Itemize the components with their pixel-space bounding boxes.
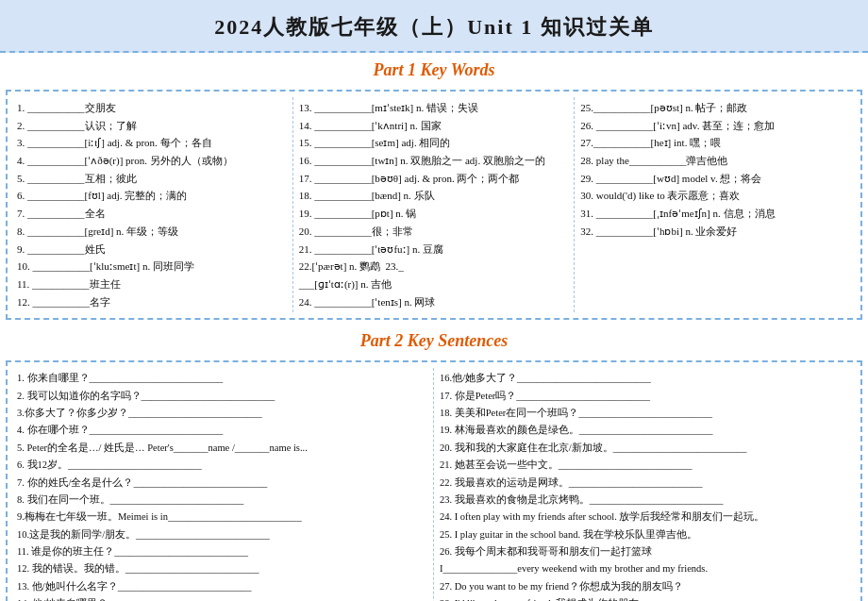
part2-col1: 1. 你来自哪里？___________________________2. 我… xyxy=(11,368,434,601)
sent-item: 14. 他/她来自哪里？___________________________ xyxy=(17,595,427,601)
sent-item: 13. 他/她叫什么名字？___________________________ xyxy=(17,578,427,595)
sent-item: I_______________every weekend with my br… xyxy=(440,560,851,577)
word-item: 25.___________[pəʊst] n. 帖子；邮政 xyxy=(580,99,851,117)
sent-item: 7. 你的姓氏/全名是什么？__________________________… xyxy=(17,475,427,492)
sent-item: 16.他/她多大了？___________________________ xyxy=(440,370,851,387)
part1-grid: 1. ___________交朋友2. ___________认识；了解3. _… xyxy=(8,95,860,314)
sent-item: 8. 我们在同一个班。___________________________ xyxy=(17,492,427,509)
word-item: ___[ɡɪˈtɑː(r)] n. 吉他 xyxy=(299,275,569,293)
sent-item: 2. 我可以知道你的名字吗？__________________________… xyxy=(17,388,427,405)
word-item: 30. would('d) like to 表示愿意；喜欢 xyxy=(580,187,851,205)
word-item: 22.[ˈpærət] n. 鹦鹉 23._ xyxy=(299,258,569,275)
word-item: 5. ___________互相；彼此 xyxy=(17,170,287,188)
sent-item: 21. 她甚至会说一些中文。__________________________… xyxy=(440,457,851,474)
page: 2024人教版七年级（上）Unit 1 知识过关单 Part 1 Key Wor… xyxy=(0,0,868,601)
sent-item: 28. I'd like to be your friend. 我想成为你的朋友… xyxy=(440,595,851,601)
word-item: 9. ___________姓氏 xyxy=(17,241,287,259)
sent-item: 26. 我每个周末都和我哥哥和朋友们一起打篮球 xyxy=(440,543,851,560)
sent-item: 10.这是我的新同学/朋友。__________________________… xyxy=(17,526,427,543)
word-item: 18. ___________[bænd] n. 乐队 xyxy=(299,187,569,205)
word-item: 32. ___________[ˈhɒbi] n. 业余爱好 xyxy=(580,223,851,241)
word-item: 24. ___________[ˈtenɪs] n. 网球 xyxy=(299,293,569,311)
sent-item: 25. I play guitar in the school band. 我在… xyxy=(440,526,851,543)
word-item: 7. ___________全名 xyxy=(17,205,287,223)
word-item: 2. ___________认识；了解 xyxy=(17,117,287,135)
word-item: 27.___________[heɪ] int. 嘿；喂 xyxy=(580,134,851,152)
part1-title: Part 1 Key Words xyxy=(0,53,868,86)
word-item: 17. ___________[bəʊθ] adj. & pron. 两个；两个… xyxy=(299,170,569,188)
word-item: 12. ___________名字 xyxy=(17,293,287,311)
part1-col2: 13. ___________[mɪˈsteɪk] n. 错误；失误14. __… xyxy=(293,97,576,312)
sent-item: 19. 林海最喜欢的颜色是绿色。________________________… xyxy=(440,422,851,439)
sent-item: 5. Peter的全名是…/ 姓氏是… Peter's_______name /… xyxy=(17,440,427,457)
sent-item: 27. Do you want to be my friend？你想成为我的朋友… xyxy=(440,578,851,595)
word-item: 31. ___________[ˌɪnfəˈmeɪʃn] n. 信息；消息 xyxy=(580,205,851,223)
sent-item: 17. 你是Peter吗？___________________________ xyxy=(440,388,851,405)
word-item: 21. ___________[ˈtəʊfuː] n. 豆腐 xyxy=(299,241,569,259)
sent-item: 18. 美美和Peter在同一个班吗？_____________________… xyxy=(440,405,851,422)
word-item: 6. ___________[fʊl] adj. 完整的；满的 xyxy=(17,187,287,205)
word-item: 14. ___________[ˈkʌntri] n. 国家 xyxy=(299,117,569,135)
part2-title: Part 2 Key Sentences xyxy=(0,324,868,357)
part1-container: 1. ___________交朋友2. ___________认识；了解3. _… xyxy=(6,90,862,320)
sent-item: 3.你多大了？你多少岁？___________________________ xyxy=(17,405,427,422)
word-item: 28. play the___________弹吉他他 xyxy=(580,152,851,170)
part1-col1: 1. ___________交朋友2. ___________认识；了解3. _… xyxy=(11,97,293,312)
part1-col3: 25.___________[pəʊst] n. 帖子；邮政26. ______… xyxy=(575,97,857,312)
sent-item: 6. 我12岁。___________________________ xyxy=(17,457,427,474)
word-item: 10. ___________[ˈkluːsmeɪt] n. 同班同学 xyxy=(17,258,287,275)
part2-col2: 16.他/她多大了？___________________________17.… xyxy=(434,368,857,601)
word-item: 8. ___________[greɪd] n. 年级；等级 xyxy=(17,223,287,241)
part1-section: Part 1 Key Words 1. ___________交朋友2. ___… xyxy=(0,53,868,320)
sent-item: 9.梅梅在七年级一班。Meimei is in_________________… xyxy=(17,509,427,526)
part2-container: 1. 你来自哪里？___________________________2. 我… xyxy=(6,360,862,601)
word-item: 15. ___________[seɪm] adj. 相同的 xyxy=(299,134,569,152)
sent-item: 22. 我最喜欢的运动是网球。_________________________… xyxy=(440,475,851,492)
word-item: 3. ___________[iːtʃ] adj. & pron. 每个；各自 xyxy=(17,134,287,152)
sent-item: 24. I often play with my friends after s… xyxy=(440,509,851,526)
sent-item: 12. 我的错误。我的错。___________________________ xyxy=(17,560,427,577)
word-item: 16. ___________[twɪn] n. 双胞胎之一 adj. 双胞胎之… xyxy=(299,152,569,170)
word-item: 20. ___________很；非常 xyxy=(299,223,569,241)
word-item: 29. ___________[wʊd] model v. 想；将会 xyxy=(580,170,851,188)
word-item: 11. ___________班主任 xyxy=(17,275,287,293)
part2-grid: 1. 你来自哪里？___________________________2. 我… xyxy=(8,366,860,601)
word-item: 19. ___________[pɒt] n. 锅 xyxy=(299,205,569,223)
word-item: 26. ___________[ˈiːvn] adv. 甚至；连；愈加 xyxy=(580,117,851,135)
header: 2024人教版七年级（上）Unit 1 知识过关单 xyxy=(0,0,868,53)
sent-item: 1. 你来自哪里？___________________________ xyxy=(17,370,427,387)
sent-item: 20. 我和我的大家庭住在北京/新加坡。____________________… xyxy=(440,440,851,457)
part2-section: Part 2 Key Sentences 1. 你来自哪里？__________… xyxy=(0,324,868,601)
word-item: 13. ___________[mɪˈsteɪk] n. 错误；失误 xyxy=(299,99,569,117)
word-item: 4. ___________[ˈʌðə(r)] pron. 另外的人（或物） xyxy=(17,152,287,170)
page-title: 2024人教版七年级（上）Unit 1 知识过关单 xyxy=(9,13,859,42)
word-item: 1. ___________交朋友 xyxy=(17,99,287,117)
sent-item: 4. 你在哪个班？___________________________ xyxy=(17,422,427,439)
sent-item: 23. 我最喜欢的食物是北京烤鸭。_______________________… xyxy=(440,492,851,509)
sent-item: 11. 谁是你的班主任？___________________________ xyxy=(17,543,427,560)
